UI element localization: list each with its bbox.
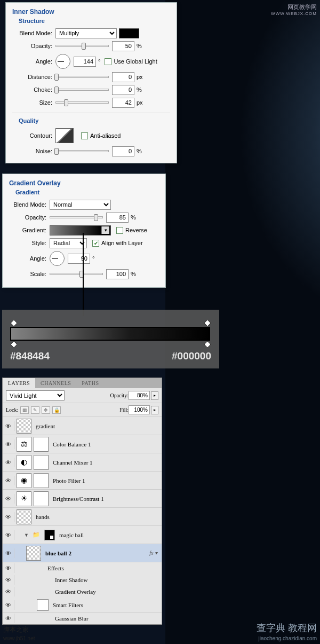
go-angle-input[interactable] <box>68 254 90 264</box>
visibility-icon[interactable] <box>3 512 14 522</box>
anti-aliased-label: Anti-aliased <box>90 132 121 139</box>
layer-row[interactable]: ◉ Photo Filter 1 <box>3 472 162 490</box>
layer-mask-thumbnail[interactable] <box>34 437 49 452</box>
layer-blend-select[interactable]: Vivid Light <box>6 390 65 400</box>
visibility-icon[interactable] <box>3 614 14 623</box>
choke-slider[interactable] <box>55 89 109 91</box>
fill-label: Fill: <box>119 407 129 413</box>
global-light-checkbox[interactable] <box>105 58 111 65</box>
visibility-icon[interactable] <box>3 563 14 573</box>
blend-mode-select[interactable]: Multiply <box>55 28 117 38</box>
effects-row[interactable]: Effects <box>3 562 162 574</box>
visibility-icon[interactable] <box>3 439 14 449</box>
lock-all-icon[interactable]: 🔒 <box>52 406 61 414</box>
go-opacity-slider[interactable] <box>50 216 103 218</box>
group-row[interactable]: ▼ 📁 magic ball <box>3 526 162 544</box>
size-slider[interactable] <box>55 101 109 104</box>
align-checkbox[interactable] <box>92 240 99 247</box>
layer-row[interactable]: gradient <box>3 417 162 435</box>
layer-row-selected[interactable]: blue ball 2 fx ▾ <box>3 544 162 562</box>
opacity-stop-left[interactable] <box>10 319 18 327</box>
layer-opacity-input[interactable] <box>129 391 150 400</box>
visibility-icon[interactable] <box>3 476 14 485</box>
go-style-label: Style: <box>9 240 46 246</box>
contour-swatch[interactable] <box>55 128 74 143</box>
lock-transparent-icon[interactable]: ▦ <box>20 406 29 414</box>
layer-thumbnail[interactable] <box>17 509 31 524</box>
color-swatch[interactable] <box>119 28 139 38</box>
go-style-select[interactable]: Radial <box>50 238 87 248</box>
visibility-icon[interactable] <box>3 458 14 467</box>
channel-mixer-icon[interactable]: ◐ <box>17 455 31 470</box>
go-scale-slider[interactable] <box>50 273 103 275</box>
layer-row[interactable]: ◐ Channel Mixer 1 <box>3 453 162 472</box>
go-scale-label: Scale: <box>9 271 46 277</box>
smart-filters-row[interactable]: Smart Filters <box>3 598 162 612</box>
gradient-swatch[interactable] <box>50 225 111 235</box>
visibility-icon[interactable] <box>3 587 14 596</box>
go-angle-dial[interactable] <box>50 251 65 266</box>
distance-input[interactable] <box>112 72 134 82</box>
opacity-flyout-button[interactable]: ▸ <box>151 391 158 400</box>
layer-row[interactable]: hands <box>3 508 162 526</box>
visibility-icon[interactable] <box>3 575 14 585</box>
smart-filter-item-row[interactable]: Gaussian Blur <box>3 612 162 624</box>
tab-paths[interactable]: PATHS <box>76 378 104 388</box>
layer-thumbnail[interactable] <box>26 546 41 561</box>
fill-flyout-button[interactable]: ▸ <box>151 406 158 414</box>
global-light-label: Use Global Light <box>114 58 157 65</box>
visibility-icon[interactable] <box>3 494 14 504</box>
anti-aliased-checkbox[interactable] <box>81 132 88 139</box>
reverse-checkbox[interactable] <box>116 227 123 234</box>
go-opacity-input[interactable] <box>106 213 129 223</box>
size-input[interactable] <box>112 98 134 108</box>
go-blend-select[interactable]: Normal <box>50 200 111 210</box>
right-stop-hex: #000000 <box>172 350 211 362</box>
watermark-top-right: 网页教学网 WWW.WEBJX.COM <box>271 3 317 16</box>
layer-row[interactable]: ☀ Brightness/Contrast 1 <box>3 490 162 508</box>
fx-badge[interactable]: fx ▾ <box>149 550 157 556</box>
go-gradient-label: Gradient: <box>9 227 46 233</box>
layer-mask-thumbnail[interactable] <box>34 491 49 506</box>
color-balance-icon[interactable]: ⚖ <box>17 437 31 452</box>
effect-row[interactable]: Inner Shadow <box>3 574 162 586</box>
opacity-input[interactable] <box>112 41 134 51</box>
group-mask-thumbnail[interactable] <box>44 530 55 540</box>
choke-input[interactable] <box>112 85 134 95</box>
brightness-contrast-icon[interactable]: ☀ <box>17 491 31 506</box>
opacity-slider[interactable] <box>55 45 109 47</box>
layer-row[interactable]: ⚖ Color Balance 1 <box>3 435 162 453</box>
photo-filter-icon[interactable]: ◉ <box>17 473 31 488</box>
effect-row[interactable]: Gradient Overlay <box>3 586 162 598</box>
fill-input[interactable] <box>129 405 150 414</box>
noise-label: Noise: <box>12 148 52 154</box>
lock-position-icon[interactable]: ✥ <box>42 406 50 414</box>
distance-slider[interactable] <box>55 76 109 78</box>
lock-pixels-icon[interactable]: ✎ <box>31 406 39 414</box>
tab-channels[interactable]: CHANNELS <box>35 378 76 388</box>
go-scale-input[interactable] <box>106 269 129 279</box>
quality-subtitle: Quality <box>19 117 170 124</box>
twisty-icon[interactable]: ▼ <box>24 532 29 538</box>
layer-mask-thumbnail[interactable] <box>34 455 49 470</box>
reverse-label: Reverse <box>125 227 147 233</box>
angle-input[interactable] <box>74 57 96 67</box>
noise-input[interactable] <box>112 146 134 156</box>
visibility-icon[interactable] <box>3 600 14 610</box>
gradient-editor-callout: #848484 #000000 <box>2 310 219 368</box>
visibility-icon[interactable] <box>3 421 14 431</box>
tab-layers[interactable]: LAYERS <box>3 378 35 388</box>
visibility-icon[interactable] <box>3 530 14 540</box>
layer-thumbnail[interactable] <box>17 419 31 434</box>
smart-filter-mask-thumbnail[interactable] <box>37 599 49 611</box>
opacity-label: Opacity: <box>12 43 52 49</box>
panel-tabs: LAYERS CHANNELS PATHS <box>3 378 162 388</box>
opacity-stop-right[interactable] <box>204 319 211 327</box>
gradient-preview-bar[interactable] <box>10 327 210 341</box>
noise-slider[interactable] <box>55 150 109 152</box>
inner-shadow-panel: Inner Shadow Structure Blend Mode: Multi… <box>5 2 177 163</box>
layers-panel: LAYERS CHANNELS PATHS Vivid Light Opacit… <box>2 378 162 625</box>
layer-mask-thumbnail[interactable] <box>34 473 49 488</box>
visibility-icon[interactable] <box>3 548 14 558</box>
angle-dial[interactable] <box>55 54 70 69</box>
